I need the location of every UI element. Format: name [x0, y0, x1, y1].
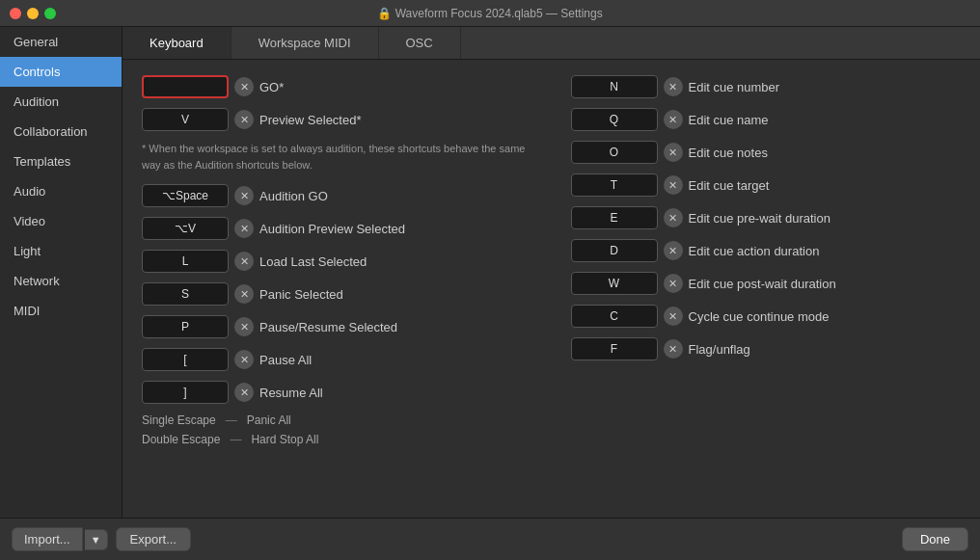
tab-workspace-midi[interactable]: Workspace MIDI	[231, 27, 379, 59]
shortcut-row-pause-resume: P ✕ Pause/Resume Selected	[142, 315, 532, 338]
key-pause-resume[interactable]: P	[142, 315, 229, 338]
label-pause-all: Pause All	[259, 353, 312, 367]
single-escape-trigger: Single Escape	[142, 413, 216, 427]
sidebar-item-audio[interactable]: Audio	[0, 176, 122, 206]
done-button[interactable]: Done	[902, 527, 968, 551]
sidebar-item-general[interactable]: General	[0, 27, 122, 57]
sidebar-item-collaboration[interactable]: Collaboration	[0, 117, 122, 147]
clear-edit-postwait-button[interactable]: ✕	[664, 274, 683, 293]
shortcut-row-cycle-continue: C ✕ Cycle cue continue mode	[571, 305, 962, 328]
key-edit-target[interactable]: T	[571, 173, 658, 197]
minimize-button[interactable]	[27, 8, 39, 19]
shortcut-row-go: ✕ GO*	[142, 75, 532, 98]
window-controls[interactable]	[10, 8, 56, 19]
import-arrow-button[interactable]: ▼	[85, 529, 108, 550]
key-edit-number[interactable]: N	[571, 75, 658, 98]
close-button[interactable]	[10, 8, 21, 19]
label-edit-postwait: Edit cue post-wait duration	[689, 277, 836, 291]
key-flag[interactable]: F	[571, 337, 658, 360]
shortcut-row-audition-preview: ⌥V ✕ Audition Preview Selected	[142, 217, 532, 240]
label-edit-action: Edit cue action duration	[689, 244, 820, 258]
key-pause-all[interactable]: [	[142, 348, 229, 371]
clear-pause-all-button[interactable]: ✕	[234, 350, 254, 369]
shortcut-row-edit-name: Q ✕ Edit cue name	[571, 108, 962, 131]
clear-flag-button[interactable]: ✕	[664, 339, 683, 359]
label-cycle-continue: Cycle cue continue mode	[689, 309, 830, 324]
clear-audition-go-button[interactable]: ✕	[234, 186, 254, 205]
shortcut-row-preview: V ✕ Preview Selected*	[142, 108, 532, 131]
label-load: Load Last Selected	[259, 254, 367, 269]
label-preview: Preview Selected*	[259, 113, 362, 127]
tab-keyboard[interactable]: Keyboard	[122, 27, 231, 59]
right-column: N ✕ Edit cue number Q ✕ Edit cue name O …	[571, 75, 962, 452]
clear-go-button[interactable]: ✕	[234, 77, 254, 96]
window-title: 🔒 Waveform Focus 2024.qlab5 — Settings	[377, 7, 602, 20]
clear-resume-all-button[interactable]: ✕	[234, 383, 254, 402]
shortcut-row-edit-target: T ✕ Edit cue target	[571, 173, 962, 197]
shortcut-row-edit-number: N ✕ Edit cue number	[571, 75, 962, 98]
key-audition-preview[interactable]: ⌥V	[142, 217, 229, 240]
sidebar-item-controls[interactable]: Controls	[0, 57, 122, 87]
key-audition-go[interactable]: ⌥Space	[142, 184, 229, 207]
bottom-bar: Import... ▼ Export... Done	[0, 518, 980, 560]
shortcut-row-flag: F ✕ Flag/unflag	[571, 337, 962, 360]
label-edit-target: Edit cue target	[689, 178, 770, 193]
static-single-escape: Single Escape — Panic All	[142, 413, 532, 427]
label-edit-number: Edit cue number	[689, 80, 780, 94]
shortcut-row-edit-notes: O ✕ Edit cue notes	[571, 141, 962, 164]
sidebar-item-light[interactable]: Light	[0, 236, 122, 266]
shortcut-row-pause-all: [ ✕ Pause All	[142, 348, 532, 371]
shortcut-row-edit-action: D ✕ Edit cue action duration	[571, 239, 962, 262]
clear-edit-notes-button[interactable]: ✕	[664, 143, 683, 162]
key-edit-notes[interactable]: O	[571, 141, 658, 164]
sidebar-item-midi[interactable]: MIDI	[0, 296, 122, 326]
key-edit-action[interactable]: D	[571, 239, 658, 262]
clear-audition-preview-button[interactable]: ✕	[234, 219, 254, 238]
clear-edit-name-button[interactable]: ✕	[664, 110, 683, 129]
label-edit-prewait: Edit cue pre-wait duration	[689, 211, 830, 226]
sidebar-item-video[interactable]: Video	[0, 206, 122, 236]
clear-preview-button[interactable]: ✕	[234, 110, 254, 129]
shortcut-row-edit-postwait: W ✕ Edit cue post-wait duration	[571, 272, 962, 295]
double-escape-action: Hard Stop All	[251, 433, 318, 446]
key-edit-name[interactable]: Q	[571, 108, 658, 131]
sidebar: GeneralControlsAuditionCollaborationTemp…	[0, 27, 122, 518]
clear-edit-number-button[interactable]: ✕	[664, 77, 683, 96]
import-button[interactable]: Import...	[12, 527, 83, 551]
key-edit-postwait[interactable]: W	[571, 272, 658, 295]
maximize-button[interactable]	[44, 8, 56, 19]
label-pause-resume: Pause/Resume Selected	[259, 320, 397, 334]
titlebar: 🔒 Waveform Focus 2024.qlab5 — Settings	[0, 0, 980, 27]
left-column: ✕ GO* V ✕ Preview Selected* * When the w…	[142, 75, 532, 452]
shortcut-row-audition-go: ⌥Space ✕ Audition GO	[142, 184, 532, 207]
clear-load-button[interactable]: ✕	[234, 252, 254, 271]
key-go[interactable]	[142, 75, 229, 98]
shortcuts-panel: ✕ GO* V ✕ Preview Selected* * When the w…	[122, 60, 980, 518]
clear-panic-selected-button[interactable]: ✕	[234, 284, 254, 304]
key-preview[interactable]: V	[142, 108, 229, 131]
clear-edit-target-button[interactable]: ✕	[664, 175, 683, 195]
key-edit-prewait[interactable]: E	[571, 206, 658, 229]
key-load[interactable]: L	[142, 250, 229, 273]
sidebar-item-network[interactable]: Network	[0, 266, 122, 296]
import-export-group: Import... ▼ Export...	[12, 527, 191, 551]
tab-osc[interactable]: OSC	[379, 27, 461, 59]
sidebar-item-audition[interactable]: Audition	[0, 87, 122, 117]
double-escape-trigger: Double Escape	[142, 433, 220, 446]
label-go: GO*	[259, 80, 284, 94]
clear-cycle-continue-button[interactable]: ✕	[664, 307, 683, 326]
main-container: GeneralControlsAuditionCollaborationTemp…	[0, 27, 980, 518]
label-audition-go: Audition GO	[259, 189, 328, 203]
key-cycle-continue[interactable]: C	[571, 305, 658, 328]
label-panic-selected: Panic Selected	[259, 287, 343, 302]
single-escape-action: Panic All	[247, 413, 291, 427]
clear-edit-action-button[interactable]: ✕	[664, 241, 683, 260]
key-panic-selected[interactable]: S	[142, 282, 229, 306]
clear-edit-prewait-button[interactable]: ✕	[664, 208, 683, 227]
key-resume-all[interactable]: ]	[142, 381, 229, 404]
sidebar-item-templates[interactable]: Templates	[0, 147, 122, 176]
clear-pause-resume-button[interactable]: ✕	[234, 317, 254, 336]
export-button[interactable]: Export...	[116, 527, 191, 551]
label-edit-notes: Edit cue notes	[689, 146, 768, 160]
shortcut-row-edit-prewait: E ✕ Edit cue pre-wait duration	[571, 206, 962, 229]
